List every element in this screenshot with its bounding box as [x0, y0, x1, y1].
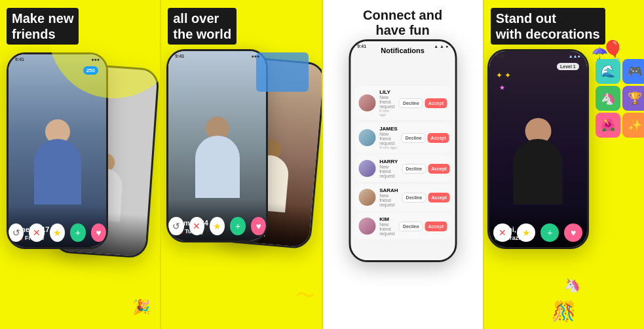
sticker-5: 🌺 — [596, 113, 620, 138]
notif-lily: LILY New friend request 6 min ago Declin… — [354, 86, 451, 120]
refresh-btn-2[interactable]: ↺ — [168, 217, 183, 235]
add-button[interactable]: + — [70, 223, 85, 242]
notif-sarah: SARAH New friend request Decline Accept — [354, 184, 451, 210]
panel3-headline-text: Connect and have fun — [323, 8, 483, 38]
heart-button[interactable]: ♥ — [91, 223, 106, 242]
decline-james[interactable]: Decline — [402, 133, 426, 143]
star-button[interactable]: ★ — [50, 223, 65, 242]
panel-decorations: Stand out with decorations 🎈 ☂️ 9:41 ▲▲●… — [483, 0, 644, 329]
panel1-headline: Make new friends — [7, 8, 153, 45]
sticker-4: 🏆 — [622, 86, 644, 111]
notif-james: JAMES New friend request 8 min ago Decli… — [354, 123, 451, 153]
add-btn-4[interactable]: + — [540, 223, 559, 242]
sparkle-deco: ✦ ✦ — [496, 71, 511, 80]
decline-harry[interactable]: Decline — [402, 164, 426, 174]
avatar-lily — [358, 94, 375, 111]
accept-kim[interactable]: Accept — [425, 222, 447, 231]
panel2-phone-front: 9:41 ●●● Ahmet, 24 🇹🇷 Turkey ↺ ✕ ★ + ♥ — [166, 49, 268, 242]
panel4-headline: Stand out with decorations — [491, 8, 637, 45]
panel3-phone: 9:41 ▲ ▲ ● Notifications LILY New friend… — [349, 39, 457, 262]
panel2-headline-text: all over the world — [168, 8, 237, 45]
panel4-status-bar: 9:41 ▲▲● — [489, 54, 587, 58]
panel4-action-bar: ✕ ★ + ♥ — [489, 223, 587, 242]
decline-btn-2[interactable]: ✕ — [189, 217, 204, 235]
decline-kim[interactable]: Decline — [399, 222, 423, 231]
decline-lily[interactable]: Decline — [399, 98, 423, 108]
decline-btn-4[interactable]: ✕ — [493, 223, 512, 242]
heart-btn-4[interactable]: ♥ — [564, 223, 582, 242]
confetti-bottom: 🎊 — [552, 300, 576, 322]
panel1-status-bar: 9:41 ●●● — [9, 57, 106, 62]
accept-harry[interactable]: Accept — [428, 164, 449, 174]
heart-btn-2[interactable]: ♥ — [251, 217, 266, 235]
avatar-james — [358, 129, 375, 146]
panel4-headline-text: Stand out with decorations — [491, 8, 605, 45]
notif-kim: KIM New friend request Decline Accept — [354, 213, 451, 239]
unicorn-deco: 🦄 — [564, 277, 580, 293]
panel1-action-bar: ↺ ✕ ★ + ♥ — [9, 223, 106, 242]
add-btn-2[interactable]: + — [230, 217, 245, 235]
panel1-badge: 250 — [83, 66, 98, 75]
panel-world: all over the world Jackie, 23 🇺🇸 United … — [160, 0, 321, 329]
panel3-status-bar: 9:41 ▲ ▲ ● — [350, 44, 455, 48]
panel2-status-bar: 9:41 ●●● — [168, 54, 266, 58]
star-btn-2[interactable]: ★ — [210, 217, 225, 235]
accept-james[interactable]: Accept — [428, 133, 449, 143]
panel-connect: Connect and have fun 9:41 ▲ ▲ ● Notifica… — [322, 0, 483, 329]
avatar-sarah — [358, 189, 375, 206]
accept-sarah[interactable]: Accept — [428, 193, 449, 203]
sticker-2: 🎮 — [622, 59, 644, 84]
sticker-3: 🦄 — [596, 86, 620, 111]
squiggle-deco: 〜 — [295, 282, 315, 309]
confetti-deco: 🎉 — [132, 299, 150, 316]
sticker-1: 🌊 — [596, 59, 620, 84]
notifications-list: LILY New friend request 6 min ago Declin… — [350, 81, 455, 260]
panel-make-friends: Make new friends Hans, 19 🇩🇪 Germany — [0, 0, 160, 329]
decline-sarah[interactable]: Decline — [402, 193, 426, 203]
panel1-headline-text: Make new friends — [7, 8, 79, 45]
level-badge: Level 1 — [557, 63, 579, 70]
panel2-headline: all over the world — [168, 8, 314, 45]
sticker-6: ✨ — [622, 113, 644, 138]
avatar-kim — [358, 218, 375, 235]
panel2-action-bar: ↺ ✕ ★ + ♥ — [168, 217, 266, 235]
notif-harry: HARRY New friend request Decline Accept — [354, 155, 451, 182]
accept-lily[interactable]: Accept — [425, 98, 447, 108]
sticker-grid: 🌊 🎮 🦄 🏆 🌺 ✨ — [596, 59, 644, 138]
star-deco: ★ — [499, 84, 505, 91]
avatar-harry — [358, 160, 375, 177]
refresh-button[interactable]: ↺ — [9, 223, 24, 242]
panel4-phone-front: 9:41 ▲▲● Level 1 ✦ ✦ ★ Naani, 20 🇧🇷 Braz… — [487, 49, 589, 249]
decline-button[interactable]: ✕ — [29, 223, 44, 242]
panel3-headline: Connect and have fun — [323, 8, 483, 38]
star-btn-4[interactable]: ★ — [517, 223, 535, 242]
